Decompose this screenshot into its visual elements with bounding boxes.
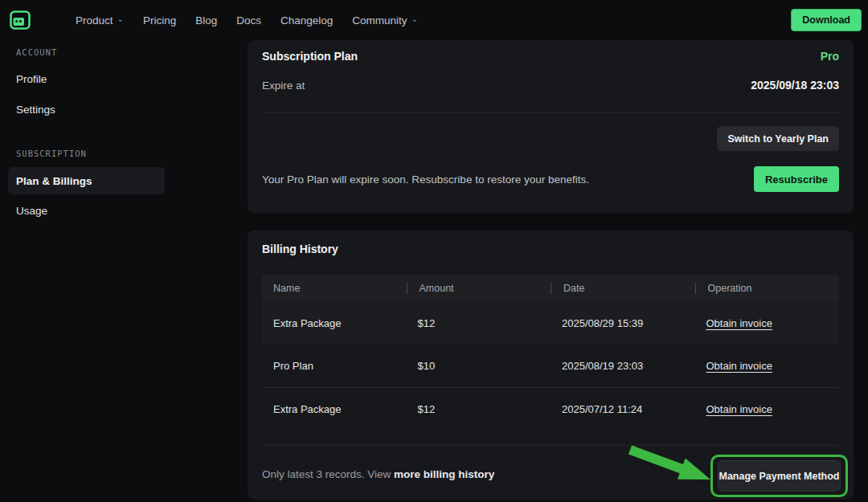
column-header-label: Name	[273, 283, 300, 294]
resubscribe-button[interactable]: Resubscribe	[754, 166, 839, 192]
cell-date: 2025/07/12 11:24	[551, 403, 695, 415]
column-header-operation: Operation	[695, 283, 840, 294]
nav-menu: Product ⌄ Pricing Blog Docs Changelog Co…	[76, 14, 418, 27]
column-header-label: Amount	[420, 283, 454, 294]
sidebar-item-usage[interactable]: Usage	[8, 197, 165, 224]
download-button[interactable]: Download	[791, 9, 862, 31]
table-bottom-divider	[262, 431, 839, 446]
sidebar-section-account: ACCOUNT	[16, 47, 57, 57]
column-separator	[407, 283, 407, 294]
records-note: Only latest 3 records. View more billing…	[262, 468, 494, 480]
obtain-invoice-link[interactable]: Obtain invoice	[706, 317, 772, 329]
column-separator	[551, 283, 551, 294]
column-separator	[695, 283, 696, 294]
column-header-amount: Amount	[407, 283, 551, 294]
nav-item-label: Changelog	[280, 14, 333, 27]
nav-item-label: Product	[76, 14, 113, 27]
app-logo-icon[interactable]	[10, 10, 31, 30]
table-row: Extra Package $12 2025/08/29 15:39 Obtai…	[262, 302, 839, 345]
column-header-date: Date	[551, 283, 695, 294]
switch-yearly-plan-button[interactable]: Switch to Yearly Plan	[717, 126, 839, 151]
records-note-text: Only latest 3 records. View	[262, 468, 394, 480]
nav-item-changelog[interactable]: Changelog	[280, 14, 333, 27]
nav-item-label: Docs	[236, 14, 261, 27]
billing-table-header: Name Amount Date Operation	[262, 275, 839, 302]
nav-item-community[interactable]: Community ⌄	[352, 14, 418, 27]
expire-at-label: Expire at	[262, 80, 305, 92]
column-header-label: Date	[563, 283, 584, 294]
subscription-plan-panel: Subscription Plan Pro Expire at 2025/09/…	[248, 40, 854, 213]
plan-badge: Pro	[821, 50, 839, 63]
chevron-down-icon: ⌄	[411, 15, 418, 23]
cell-name: Extra Package	[262, 317, 407, 329]
billing-history-panel: Billing History Name Amount Date Operati…	[248, 231, 854, 500]
obtain-invoice-link[interactable]: Obtain invoice	[706, 403, 772, 415]
cell-amount: $12	[407, 317, 551, 329]
table-row: Extra Package $12 2025/07/12 11:24 Obtai…	[262, 388, 839, 431]
sidebar: ACCOUNT Profile Settings SUBSCRIPTION Pl…	[0, 40, 241, 502]
billing-page: Product ⌄ Pricing Blog Docs Changelog Co…	[0, 0, 868, 502]
table-row: Pro Plan $10 2025/08/19 23:03 Obtain inv…	[262, 345, 839, 388]
nav-item-blog[interactable]: Blog	[195, 14, 217, 27]
sidebar-section-subscription: SUBSCRIPTION	[16, 149, 87, 158]
sidebar-item-profile[interactable]: Profile	[8, 65, 165, 92]
cell-date: 2025/08/19 23:03	[551, 360, 695, 372]
subscription-panel-title: Subscription Plan	[262, 50, 358, 63]
nav-item-label: Blog	[195, 14, 217, 27]
column-header-name: Name	[262, 283, 407, 294]
expire-at-value: 2025/09/18 23:03	[751, 79, 839, 92]
expire-notice-text: Your Pro Plan will expire soon. Resubscr…	[262, 173, 589, 186]
obtain-invoice-link[interactable]: Obtain invoice	[706, 360, 772, 372]
divider	[262, 112, 839, 113]
cell-name: Extra Package	[262, 403, 407, 415]
cell-amount: $10	[407, 360, 551, 372]
nav-item-label: Pricing	[143, 14, 176, 27]
annotation-highlight-box: Manage Payment Method	[710, 455, 848, 497]
cell-name: Pro Plan	[262, 360, 407, 372]
billing-table: Name Amount Date Operation Extra Package…	[262, 275, 839, 446]
sidebar-item-plan-billings[interactable]: Plan & Billings	[8, 167, 165, 194]
nav-item-docs[interactable]: Docs	[236, 14, 261, 27]
nav-item-product[interactable]: Product ⌄	[76, 14, 124, 27]
cell-amount: $12	[407, 403, 551, 415]
top-navbar: Product ⌄ Pricing Blog Docs Changelog Co…	[0, 0, 868, 40]
column-header-label: Operation	[708, 283, 752, 294]
sidebar-item-settings[interactable]: Settings	[8, 96, 165, 123]
billing-panel-title: Billing History	[262, 243, 338, 255]
manage-payment-method-button[interactable]: Manage Payment Method	[718, 460, 841, 492]
cell-date: 2025/08/29 15:39	[551, 317, 695, 329]
nav-item-pricing[interactable]: Pricing	[143, 14, 176, 27]
nav-item-label: Community	[352, 14, 407, 27]
chevron-down-icon: ⌄	[117, 15, 124, 23]
more-billing-history-link[interactable]: more billing history	[394, 468, 494, 480]
